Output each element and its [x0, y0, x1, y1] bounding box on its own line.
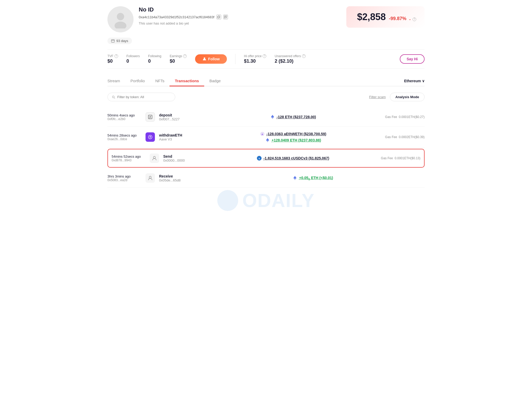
- qr-icon[interactable]: [223, 15, 228, 19]
- svg-point-32: [149, 176, 151, 178]
- tx-gas: Gas Fee 0.0002ETH($0.39): [385, 135, 425, 139]
- tx-amounts: +0.051 ETH (<$0.01): [205, 175, 420, 181]
- tx-type: Send: [163, 154, 205, 158]
- unanswered-help-icon[interactable]: ?: [302, 54, 306, 58]
- followers-label: Followers: [126, 54, 140, 58]
- tx-gas: Gas Fee 0.0001ETH($0.13): [381, 156, 420, 160]
- tvf-help-icon[interactable]: ?: [114, 54, 118, 58]
- portfolio-help-icon[interactable]: ?: [413, 17, 416, 21]
- person-icon: [202, 57, 207, 61]
- follow-button[interactable]: Follow: [195, 54, 227, 64]
- following-stat: Following 0: [148, 54, 161, 64]
- transaction-list: 50mins 4secs ago 0xf0fc...e2b0 deposit 0…: [107, 108, 425, 188]
- following-label: Following: [148, 54, 161, 58]
- table-row: 3hrs 3mins ago 0x5083...ea2d Receive 0x0…: [107, 169, 425, 188]
- eth-icon: [270, 114, 275, 120]
- tx-details: Send 0x0000...0000: [163, 154, 205, 162]
- tx-time-ago: 50mins 4secs ago: [107, 113, 141, 117]
- withdraw-icon: [146, 132, 155, 142]
- tx-amount-negative: -128.0363 aEthWETH ($238,700.59): [267, 132, 327, 136]
- svg-point-3: [114, 22, 126, 28]
- svg-line-17: [114, 98, 115, 98]
- following-value: 0: [148, 58, 161, 64]
- search-box[interactable]: [107, 93, 175, 101]
- tx-hash: 0xae26...0dce: [107, 137, 141, 141]
- unanswered-label: Unanswered offers ?: [275, 54, 306, 58]
- tx-details: deposit 0xf007...5227: [159, 113, 201, 121]
- tx-amount-positive: +128.0409 ETH ($237,803.88): [272, 138, 321, 142]
- tx-amounts: A -128.0363 aEthWETH ($238,700.59) +128.…: [205, 131, 381, 143]
- tab-stream[interactable]: Stream: [107, 76, 125, 86]
- tx-time: 54mins 52secs ago 0xd878...9943: [112, 155, 146, 162]
- earnings-value: $0: [170, 58, 187, 64]
- portfolio-change: -99.87%: [389, 16, 406, 21]
- tx-gas: Gas Fee 0.0001ETH($0.27): [385, 115, 425, 119]
- send-icon: [150, 154, 159, 163]
- unanswered-value: 2 ($2.10): [275, 58, 306, 64]
- table-row: 50mins 4secs ago 0xf0fc...e2b0 deposit 0…: [107, 108, 425, 127]
- tx-time: 3hrs 3mins ago 0x5083...ea2d: [107, 174, 141, 182]
- followers-value: 0: [126, 58, 140, 64]
- tx-details: Receive 0x05de...65d8: [159, 174, 201, 182]
- chevron-down-icon: ∨: [422, 79, 425, 83]
- chevron-down-icon[interactable]: ⌄: [408, 17, 412, 21]
- search-icon: [112, 95, 115, 99]
- aeth-icon: A: [260, 131, 265, 137]
- earnings-stat: Earnings ? $0: [170, 54, 187, 64]
- svg-rect-7: [226, 16, 227, 17]
- tx-hash: 0x5083...ea2d: [107, 178, 141, 182]
- tab-transactions[interactable]: Transactions: [170, 76, 204, 86]
- svg-rect-4: [217, 16, 219, 18]
- follow-btn-label: Follow: [208, 57, 220, 61]
- analysis-mode-button[interactable]: Analysis Mode: [390, 93, 425, 101]
- days-text: 93 days: [116, 39, 128, 43]
- tx-time: 54mins 28secs ago 0xae26...0dce: [107, 133, 141, 141]
- svg-rect-9: [226, 17, 227, 18]
- copy-icon[interactable]: [216, 15, 221, 19]
- filter-scam-link[interactable]: Filter scam: [369, 95, 386, 99]
- transaction-toolbar: Filter scam Analysis Mode: [107, 93, 425, 101]
- cusdc-icon: $: [257, 156, 262, 161]
- tx-protocol: 0xf007...5227: [159, 117, 201, 121]
- tx-type: withdrawETH: [159, 133, 201, 137]
- hi-offer-stat: Hi offer price ? $1.30: [244, 54, 266, 64]
- portfolio-card: $2,858 -99.87% ⌄ ?: [346, 6, 425, 28]
- search-input[interactable]: [117, 95, 171, 99]
- svg-rect-11: [111, 40, 114, 42]
- svg-point-2: [117, 13, 124, 20]
- tab-badge[interactable]: Badge: [204, 76, 226, 86]
- svg-rect-5: [218, 16, 220, 18]
- svg-text:$: $: [259, 157, 260, 160]
- avatar: [107, 6, 134, 32]
- stats-row: TVF ? $0 Followers 0 Following 0 Earning…: [107, 49, 425, 69]
- tx-amount: -128 ETH ($237,728.00): [277, 115, 316, 119]
- earnings-help-icon[interactable]: ?: [183, 54, 187, 58]
- tab-nfts[interactable]: NFTs: [150, 76, 170, 86]
- profile-header: No ID 0xa4c11b4a73a43329d1f52c3142137acf…: [107, 6, 425, 32]
- receive-icon: [146, 173, 155, 183]
- tvf-value: $0: [107, 58, 118, 64]
- tx-hash: 0xd878...9943: [112, 158, 146, 162]
- eth-icon: [292, 175, 298, 181]
- tx-time-ago: 54mins 28secs ago: [107, 133, 141, 137]
- tx-amounts: $ -1,824,519.1683 cUSDCv3 ($1,825,067): [209, 156, 377, 161]
- tvf-stat: TVF ? $0: [107, 54, 118, 64]
- tx-type: Receive: [159, 174, 201, 178]
- hi-offer-label: Hi offer price ?: [244, 54, 266, 58]
- tab-portfolio[interactable]: Portfolio: [125, 76, 150, 86]
- tx-time-ago: 3hrs 3mins ago: [107, 174, 141, 178]
- table-row: 54mins 28secs ago 0xae26...0dce withdraw…: [107, 127, 425, 148]
- followers-stat: Followers 0: [126, 54, 140, 64]
- tx-protocol: Aave V3: [159, 137, 201, 141]
- svg-rect-6: [224, 16, 225, 17]
- deposit-icon: [146, 112, 155, 122]
- tx-amount: +0.051 ETH (<$0.01): [299, 176, 333, 181]
- table-row: 54mins 52secs ago 0xd878...9943 Send 0x0…: [107, 149, 425, 168]
- hi-offer-help-icon[interactable]: ?: [263, 54, 266, 58]
- hi-offer-value: $1.30: [244, 58, 266, 64]
- tx-protocol: 0x05de...65d8: [159, 178, 201, 182]
- tx-details: withdrawETH Aave V3: [159, 133, 201, 141]
- tx-amounts: -128 ETH ($237,728.00): [205, 114, 381, 120]
- network-selector[interactable]: Ethereum ∨: [404, 79, 425, 83]
- say-hi-button[interactable]: Say Hi: [400, 54, 425, 64]
